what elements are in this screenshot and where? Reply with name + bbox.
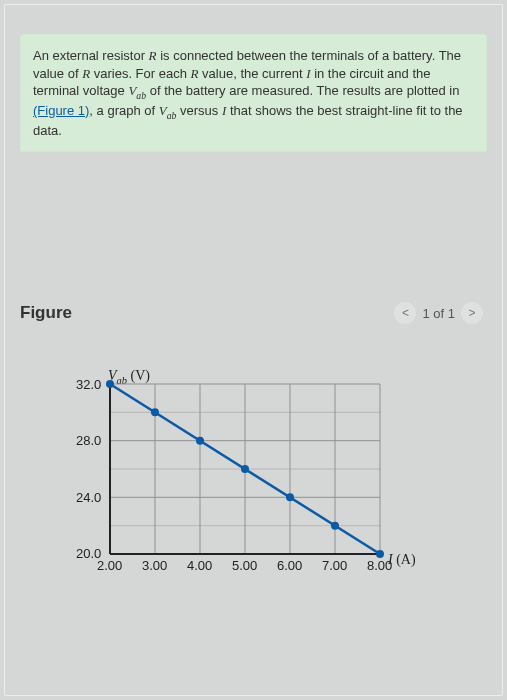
next-figure-button[interactable]: > (461, 302, 483, 324)
vab-vs-i-chart: Vab (V) I (A) (70, 374, 430, 584)
figure-link[interactable]: (Figure 1) (33, 103, 89, 118)
var-Vab-main: V (159, 103, 167, 118)
pager-text: 1 of 1 (422, 306, 455, 321)
svg-point-22 (376, 550, 384, 558)
var-R: R (82, 66, 90, 81)
x-tick: 4.00 (187, 558, 212, 573)
svg-point-16 (106, 380, 114, 388)
x-tick: 8.00 (367, 558, 392, 573)
figure-title: Figure (20, 303, 72, 323)
prev-figure-button[interactable]: < (394, 302, 416, 324)
var-Vab-sub: ab (167, 109, 177, 120)
chart-svg (70, 374, 430, 584)
text: An external resistor (33, 48, 149, 63)
y-tick: 24.0 (76, 490, 101, 505)
svg-point-17 (151, 408, 159, 416)
y-tick: 32.0 (76, 377, 101, 392)
x-tick: 6.00 (277, 558, 302, 573)
figure-pager: < 1 of 1 > (394, 302, 483, 324)
problem-statement: An external resistor R is connected betw… (20, 34, 487, 152)
text: varies. For each (90, 66, 190, 81)
x-tick: 2.00 (97, 558, 122, 573)
figure-header: Figure < 1 of 1 > (20, 302, 487, 324)
var-R: R (149, 48, 157, 63)
text: value, the current (199, 66, 307, 81)
svg-point-18 (196, 437, 204, 445)
var-R: R (191, 66, 199, 81)
text: , a graph of (89, 103, 158, 118)
svg-point-19 (241, 465, 249, 473)
x-tick: 3.00 (142, 558, 167, 573)
var-Vab-sub: ab (136, 90, 146, 101)
svg-point-21 (331, 522, 339, 530)
x-tick: 5.00 (232, 558, 257, 573)
svg-point-20 (286, 493, 294, 501)
y-tick: 28.0 (76, 433, 101, 448)
text: versus (176, 103, 222, 118)
text: of the battery are measured. The results… (146, 83, 459, 98)
x-tick: 7.00 (322, 558, 347, 573)
